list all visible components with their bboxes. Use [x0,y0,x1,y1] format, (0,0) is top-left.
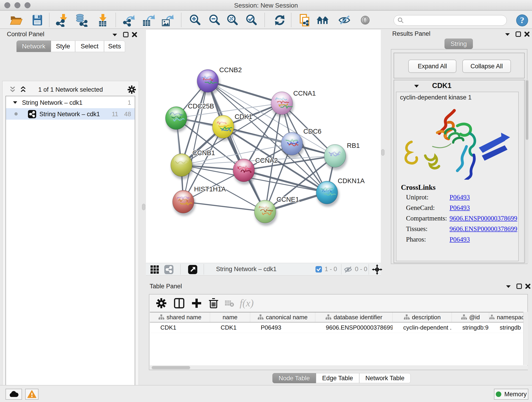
tree-expand-icon[interactable] [13,101,17,104]
export-image-icon[interactable] [161,13,174,27]
zoom-fit-icon[interactable] [226,13,239,27]
left-splitter-handle[interactable] [142,204,145,210]
column-label: database identifier [334,314,382,321]
edge-HIST1H1A-CCNE1[interactable] [183,202,265,211]
table-cell[interactable]: CDK1 [150,322,210,333]
copy-style-icon[interactable] [298,13,311,27]
table-cell[interactable]: 9606.ENSP00000378699 [315,322,393,333]
panel-float-icon[interactable] [123,32,129,38]
network-collection-row[interactable]: String Network – cdk1 1 [6,97,135,108]
import-network-from-database-icon[interactable] [75,13,88,27]
toolbar-separator [264,13,265,27]
node-CCNA1[interactable] [271,92,294,117]
cloud-button[interactable] [6,389,22,400]
tab-edge-table[interactable]: Edge Table [316,373,359,383]
tab-select[interactable]: Select [75,41,104,52]
tab-network[interactable]: Network [17,41,51,52]
search-field[interactable] [394,15,507,26]
zoom-selected-icon[interactable] [245,13,258,27]
column-namespace-icon [158,314,164,320]
grid-view-icon[interactable] [150,265,159,274]
zoom-in-icon[interactable] [188,13,202,27]
node-CCNA2[interactable] [233,159,256,185]
expand-all-button[interactable]: Expand All [408,60,456,73]
node-CDK1[interactable] [212,115,235,141]
tab-network-table[interactable]: Network Table [359,373,411,383]
tab-node-table[interactable]: Node Table [272,373,316,383]
node-RB1[interactable] [324,144,347,170]
right-splitter-handle[interactable] [381,149,385,156]
node-CCNB2[interactable] [197,70,220,95]
refresh-icon[interactable] [273,13,286,27]
gene-collapse-icon[interactable] [414,84,419,88]
clear-table-icon-disabled [225,300,234,307]
save-session-icon[interactable] [31,13,44,27]
column-header-namespace[interactable]: namespace [489,313,528,322]
column-header--id[interactable]: @id [452,313,489,322]
import-table-icon[interactable] [96,13,109,27]
search-input[interactable] [406,17,502,24]
panel-close-icon[interactable] [132,32,138,38]
table-cell[interactable]: CDK1 [210,322,250,333]
panel-close-icon[interactable] [524,31,530,37]
level-of-detail-icon[interactable] [359,13,372,27]
open-session-icon[interactable] [10,13,23,27]
select-columns-icon[interactable] [174,298,185,309]
zoom-out-icon[interactable] [208,13,221,27]
network-canvas[interactable]: CCNB2CCNA1CDC25BCDK1CDC6RB1CCNB1CCNA2CDK… [146,30,381,263]
crosslink-link[interactable]: 9606.ENSP00000378699 [450,215,517,222]
protein-structure-image [398,104,517,180]
toolbar-separator [181,13,181,27]
network-graph[interactable]: CCNB2CCNA1CDC25BCDK1CDC6RB1CCNB1CCNA2CDK… [146,30,381,263]
delete-column-icon[interactable] [208,298,219,309]
column-header-database-identifier[interactable]: database identifier [315,313,393,322]
crosslink-link[interactable]: P06493 [450,236,470,243]
hide-selected-eye-icon[interactable] [338,13,351,27]
string-badge-icon[interactable] [164,265,173,274]
import-network-icon[interactable] [55,13,68,27]
help-icon[interactable]: ? [515,14,529,27]
edge-CCNB2-HIST1H1A[interactable] [183,81,208,202]
export-table-icon[interactable] [142,13,155,27]
table-cell[interactable]: stringdb:9... [452,322,489,333]
results-scrollbar-thumb[interactable] [526,80,528,140]
table-cell[interactable]: stringdb [489,322,528,333]
node-CDC25B[interactable] [165,107,188,132]
column-header-name[interactable]: name [210,313,250,322]
selected-checkbox-icon[interactable] [316,266,322,273]
memory-button[interactable]: Memory [494,389,528,400]
panel-menu-icon[interactable] [504,32,511,37]
hidden-eye-icon[interactable] [344,266,352,273]
tab-sets[interactable]: Sets [104,41,125,52]
panel-close-icon[interactable] [525,283,531,289]
table-gear-icon[interactable] [156,298,167,309]
tab-style[interactable]: Style [51,41,75,52]
panel-menu-icon[interactable] [505,284,512,289]
column-header-canonical-name[interactable]: canonical name [250,313,315,322]
table-row[interactable]: CDK1CDK1P064939606.ENSP00000378699cyclin… [150,322,523,333]
node-CDKN1A[interactable] [316,181,339,207]
crosslink-link[interactable]: P06493 [450,193,470,201]
add-column-icon[interactable] [191,298,202,309]
column-header-shared-name[interactable]: shared name [150,313,210,322]
panel-float-icon[interactable] [516,283,522,289]
crosslink-link[interactable]: P06493 [450,204,470,211]
open-in-new-window-icon[interactable] [188,265,197,274]
table-hscrollbar-thumb[interactable] [152,366,190,369]
panel-float-icon[interactable] [515,31,521,37]
birdseye-crosshair-icon[interactable] [372,264,382,275]
panel-menu-icon[interactable] [112,32,118,37]
gear-icon[interactable] [127,85,136,94]
node-HIST1H1A[interactable] [172,190,196,216]
show-graphics-details-icon[interactable] [316,13,329,27]
crosslink-link[interactable]: 9606.ENSP00000378699 [450,225,517,233]
tab-string[interactable]: String [444,38,473,49]
export-network-icon[interactable] [122,13,136,27]
table-cell[interactable]: P06493 [250,322,315,333]
table-cell[interactable]: cyclin-dependent ... [393,322,452,333]
warnings-button[interactable] [25,389,38,400]
node-CDC6[interactable] [281,132,304,158]
network-row[interactable]: String Network – cdk1 11 48 [6,108,135,120]
collapse-all-button[interactable]: Collapse All [462,60,511,73]
column-header-description[interactable]: description [393,313,452,322]
